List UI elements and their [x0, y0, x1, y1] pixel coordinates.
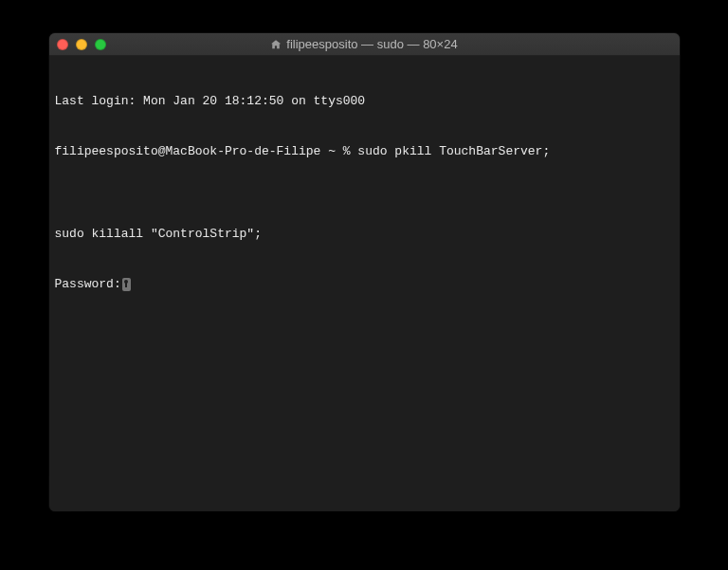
- terminal-line-password: Password:: [55, 276, 674, 293]
- terminal-line-prompt: filipeesposito@MacBook-Pro-de-Filipe ~ %…: [55, 143, 674, 160]
- maximize-button[interactable]: [95, 39, 106, 50]
- terminal-line: Last login: Mon Jan 20 18:12:50 on ttys0…: [55, 93, 674, 110]
- traffic-lights: [57, 39, 106, 50]
- home-icon: [270, 39, 282, 50]
- titlebar[interactable]: filipeesposito — sudo — 80×24: [49, 33, 680, 56]
- key-icon: [122, 278, 131, 291]
- window-title: filipeesposito — sudo — 80×24: [49, 37, 680, 51]
- password-prompt-text: Password:: [55, 277, 121, 291]
- terminal-line: sudo killall "ControlStrip";: [55, 226, 674, 243]
- window-title-text: filipeesposito — sudo — 80×24: [286, 37, 457, 51]
- close-button[interactable]: [57, 39, 68, 50]
- minimize-button[interactable]: [76, 39, 87, 50]
- terminal-body[interactable]: Last login: Mon Jan 20 18:12:50 on ttys0…: [49, 56, 680, 511]
- terminal-window: filipeesposito — sudo — 80×24 Last login…: [49, 33, 680, 511]
